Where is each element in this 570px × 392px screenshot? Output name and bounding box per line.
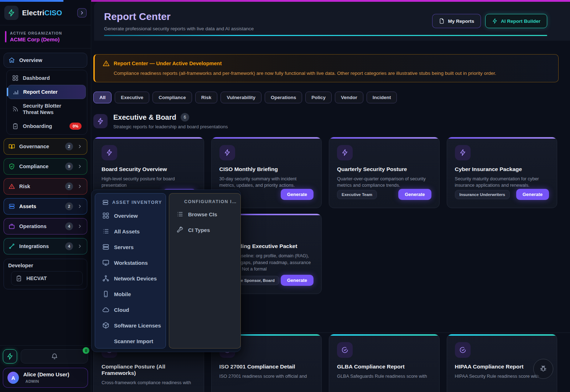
list-icon xyxy=(176,211,183,218)
flyout-item-all-assets[interactable]: All Assets xyxy=(95,223,166,239)
generate-button[interactable]: Generate xyxy=(281,275,314,286)
user-name: Alice (Demo User) xyxy=(23,371,69,377)
sidebar-collapse-button[interactable] xyxy=(77,8,87,17)
executive-board-section-header: Executive & Board 6 Strategic reports fo… xyxy=(93,113,559,129)
sidebar-item-governance[interactable]: Governance 2 xyxy=(4,138,87,155)
card-icon-tile xyxy=(219,145,235,160)
active-org-block: ACTIVE ORGANIZATION ACME Corp (Demo) xyxy=(0,27,91,47)
card-description: 30-day security summary with incident me… xyxy=(219,176,314,189)
flyout-item-workstations[interactable]: Workstations xyxy=(95,255,166,270)
sidebar-item-onboarding[interactable]: Onboarding 0% xyxy=(8,119,86,133)
chevron-right-icon xyxy=(77,184,82,189)
filter-chip-compliance[interactable]: Compliance xyxy=(152,92,192,103)
bug-icon xyxy=(539,365,548,373)
ai-report-builder-button[interactable]: AI Report Builder xyxy=(485,14,547,28)
server-icon xyxy=(9,203,15,210)
flyout-item-network-devices[interactable]: Network Devices xyxy=(95,270,166,286)
zap-icon xyxy=(106,149,113,156)
sidebar-item-compliance[interactable]: Compliance 9 xyxy=(4,158,87,175)
sidebar-item-risk[interactable]: Risk 2 xyxy=(4,178,87,195)
asset-inventory-panel: ASSET INVENTORY Overview All Assets Serv… xyxy=(95,193,166,349)
filter-chip-executive[interactable]: Executive xyxy=(115,92,149,103)
card-title: Cyber Insurance Package xyxy=(455,166,549,172)
sidebar-item-assets[interactable]: Assets 2 xyxy=(4,198,87,215)
grid-icon xyxy=(102,212,109,219)
filter-chip-vulnerability[interactable]: Vulnerability xyxy=(221,92,261,103)
divider xyxy=(0,25,91,25)
user-role: ADMIN xyxy=(25,379,39,383)
flyout-item-software-licenses[interactable]: Software Licenses xyxy=(95,318,166,333)
monitor-icon xyxy=(102,259,109,266)
developer-group: Developer HECVAT xyxy=(4,259,87,289)
zap-icon xyxy=(492,18,498,24)
sidebar-item-dashboard[interactable]: Dashboard xyxy=(8,71,86,85)
card-description: GLBA Safeguards Rule readiness score wit… xyxy=(337,373,431,380)
card-description: Cross-framework compliance readiness wit… xyxy=(102,380,196,386)
card-title: Compliance Posture (All Frameworks) xyxy=(102,363,196,376)
section-subtitle: Strategic reports for leadership and boa… xyxy=(113,124,228,129)
card-icon-tile xyxy=(455,342,471,358)
asset-inventory-header: ASSET INVENTORY xyxy=(95,195,166,208)
flyout-item-cloud[interactable]: Cloud xyxy=(95,302,166,318)
check-circle-icon xyxy=(341,346,348,354)
flyout-item-servers[interactable]: Servers xyxy=(95,239,166,255)
briefcase-icon xyxy=(9,223,15,229)
notifications-badge: 0 xyxy=(83,347,89,354)
user-menu[interactable]: A Alice (Demo User) ADMIN xyxy=(3,368,88,388)
chevron-right-icon xyxy=(77,204,82,209)
audience-tag: Executive Team xyxy=(337,190,377,199)
smartphone-icon xyxy=(102,290,109,298)
card-description: Security maturity documentation for cybe… xyxy=(455,176,549,189)
filter-chip-vendor[interactable]: Vendor xyxy=(335,92,363,103)
notifications-button[interactable]: 0 xyxy=(21,349,88,363)
flyout-item-overview[interactable]: Overview xyxy=(95,208,166,223)
top-accent-blue xyxy=(0,0,63,2)
card-title: ISO 27001 Compliance Detail xyxy=(219,363,314,370)
zap-icon xyxy=(341,149,348,156)
report-card-glba-compliance: GLBA Compliance Report GLBA Safeguards R… xyxy=(329,334,440,392)
sidebar-item-overview[interactable]: Overview xyxy=(4,53,87,68)
flyout-item-mobile[interactable]: Mobile xyxy=(95,286,166,302)
filter-chip-operations[interactable]: Operations xyxy=(265,92,302,103)
onboarding-progress-badge: 0% xyxy=(69,123,82,130)
count-badge: 2 xyxy=(65,143,73,150)
sidebar-item-security-blotter[interactable]: Security BlotterThreat News xyxy=(8,99,86,119)
filter-chip-risk[interactable]: Risk xyxy=(195,92,218,103)
section-title: Executive & Board xyxy=(113,113,176,122)
sidebar-item-integrations[interactable]: Integrations 4 xyxy=(4,238,87,254)
configuration-items-header: CONFIGURATION I… xyxy=(169,195,240,206)
shield-check-icon xyxy=(9,163,15,170)
card-description: ISO 27001 readiness score with official … xyxy=(219,373,314,380)
quick-actions-button[interactable] xyxy=(3,349,17,363)
network-icon xyxy=(102,275,109,282)
flyout-item-ci-types[interactable]: CI Types xyxy=(169,222,240,238)
book-icon xyxy=(9,143,15,150)
chevron-right-icon xyxy=(77,164,82,169)
debug-report-fab[interactable] xyxy=(533,359,553,379)
count-badge: 9 xyxy=(65,163,73,170)
avatar: A xyxy=(7,372,19,384)
generate-button[interactable]: Generate xyxy=(398,189,431,200)
chevron-right-icon xyxy=(77,144,82,149)
chevron-right-icon xyxy=(77,244,82,249)
bar-chart-icon xyxy=(12,89,19,95)
clipboard-icon xyxy=(16,275,22,282)
sidebar-item-report-center[interactable]: Report Center xyxy=(8,85,86,99)
wrench-icon xyxy=(176,226,183,233)
my-reports-button[interactable]: My Reports xyxy=(432,14,481,28)
zap-icon xyxy=(224,149,231,156)
generate-button[interactable]: Generate xyxy=(281,189,314,200)
configuration-items-panel: CONFIGURATION I… Browse CIs CI Types xyxy=(169,193,241,349)
filter-chip-incident[interactable]: Incident xyxy=(367,92,397,103)
flyout-item-browse-cis[interactable]: Browse CIs xyxy=(169,206,240,222)
flyout-item-scanner-import[interactable]: Scanner Import xyxy=(95,333,166,349)
sidebar-item-hecvat[interactable]: HECVAT xyxy=(11,271,83,285)
generate-button[interactable]: Generate xyxy=(516,189,549,200)
report-card-quarterly-security-posture: Quarterly Security Posture Quarter-over-… xyxy=(329,137,440,208)
server-icon xyxy=(102,243,109,251)
page-subtitle: Generate professional security reports w… xyxy=(104,26,254,31)
sidebar-item-operations[interactable]: Operations 4 xyxy=(4,218,87,234)
filter-chip-all[interactable]: All xyxy=(93,92,112,103)
filter-chip-policy[interactable]: Policy xyxy=(305,92,332,103)
banner-body: Compliance readiness reports (all-framew… xyxy=(114,71,550,76)
